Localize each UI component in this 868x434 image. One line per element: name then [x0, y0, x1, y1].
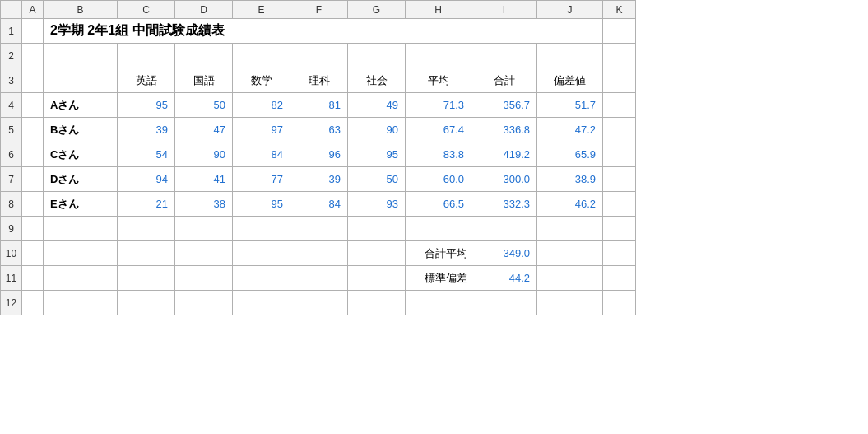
cell-a6[interactable] — [22, 142, 44, 167]
cell-rika-4[interactable]: 81 — [290, 93, 348, 118]
cell-rika-5[interactable]: 63 — [290, 118, 348, 142]
cell-b11[interactable] — [44, 266, 118, 291]
cell-goukei-4[interactable]: 356.7 — [471, 93, 537, 118]
cell-heikin-4[interactable]: 71.3 — [406, 93, 471, 118]
cell-i9[interactable] — [471, 217, 537, 241]
cell-rika-8[interactable]: 84 — [290, 192, 348, 217]
cell-b10[interactable] — [44, 241, 118, 266]
cell-e12[interactable] — [233, 291, 290, 315]
cell-shakai-5[interactable]: 90 — [348, 118, 406, 142]
cell-kokugo-7[interactable]: 41 — [175, 167, 233, 192]
col-header-e[interactable]: E — [233, 1, 290, 19]
header-kokugo[interactable]: 国語 — [175, 68, 233, 93]
cell-rika-6[interactable]: 96 — [290, 142, 348, 167]
cell-heikin-6[interactable]: 83.8 — [406, 142, 471, 167]
col-header-d[interactable]: D — [175, 1, 233, 19]
cell-f9[interactable] — [290, 217, 348, 241]
std-value[interactable]: 44.2 — [471, 266, 537, 291]
header-goukei[interactable]: 合計 — [471, 68, 537, 93]
cell-eigo-4[interactable]: 95 — [118, 93, 175, 118]
cell-a12[interactable] — [22, 291, 44, 315]
cell-k8[interactable] — [603, 192, 636, 217]
cell-k7[interactable] — [603, 167, 636, 192]
cell-eigo-8[interactable]: 21 — [118, 192, 175, 217]
cell-k10[interactable] — [603, 241, 636, 266]
col-header-b[interactable]: B — [44, 1, 118, 19]
cell-d10[interactable] — [175, 241, 233, 266]
cell-k9[interactable] — [603, 217, 636, 241]
cell-goukei-7[interactable]: 300.0 — [471, 167, 537, 192]
cell-d9[interactable] — [175, 217, 233, 241]
cell-f2[interactable] — [290, 44, 348, 68]
col-header-c[interactable]: C — [118, 1, 175, 19]
cell-heikin-8[interactable]: 66.5 — [406, 192, 471, 217]
cell-sugaku-7[interactable]: 77 — [233, 167, 290, 192]
cell-c9[interactable] — [118, 217, 175, 241]
cell-a11[interactable] — [22, 266, 44, 291]
cell-g9[interactable] — [348, 217, 406, 241]
cell-j10[interactable] — [537, 241, 603, 266]
cell-f10[interactable] — [290, 241, 348, 266]
cell-a1[interactable] — [22, 19, 44, 44]
col-header-a[interactable]: A — [22, 1, 44, 19]
cell-e2[interactable] — [233, 44, 290, 68]
cell-i12[interactable] — [471, 291, 537, 315]
header-heikin[interactable]: 平均 — [406, 68, 471, 93]
cell-goukei-6[interactable]: 419.2 — [471, 142, 537, 167]
cell-a7[interactable] — [22, 167, 44, 192]
cell-d2[interactable] — [175, 44, 233, 68]
cell-j11[interactable] — [537, 266, 603, 291]
cell-j12[interactable] — [537, 291, 603, 315]
cell-g2[interactable] — [348, 44, 406, 68]
cell-shakai-4[interactable]: 49 — [348, 93, 406, 118]
cell-a3[interactable] — [22, 68, 44, 93]
cell-shakai-8[interactable]: 93 — [348, 192, 406, 217]
cell-b9[interactable] — [44, 217, 118, 241]
cell-a8[interactable] — [22, 192, 44, 217]
cell-a2[interactable] — [22, 44, 44, 68]
cell-k3[interactable] — [603, 68, 636, 93]
student-name-Cさん[interactable]: Cさん — [44, 142, 118, 167]
cell-eigo-6[interactable]: 54 — [118, 142, 175, 167]
avg-value[interactable]: 349.0 — [471, 241, 537, 266]
cell-e9[interactable] — [233, 217, 290, 241]
cell-heikin-7[interactable]: 60.0 — [406, 167, 471, 192]
col-header-f[interactable]: F — [290, 1, 348, 19]
cell-b12[interactable] — [44, 291, 118, 315]
cell-a10[interactable] — [22, 241, 44, 266]
cell-c12[interactable] — [118, 291, 175, 315]
cell-d11[interactable] — [175, 266, 233, 291]
cell-c10[interactable] — [118, 241, 175, 266]
cell-h9[interactable] — [406, 217, 471, 241]
cell-kokugo-4[interactable]: 50 — [175, 93, 233, 118]
header-sugaku[interactable]: 数学 — [233, 68, 290, 93]
cell-hensa-6[interactable]: 65.9 — [537, 142, 603, 167]
std-label[interactable]: 標準偏差 — [406, 266, 471, 291]
cell-j2[interactable] — [537, 44, 603, 68]
cell-g10[interactable] — [348, 241, 406, 266]
cell-hensa-4[interactable]: 51.7 — [537, 93, 603, 118]
cell-eigo-5[interactable]: 39 — [118, 118, 175, 142]
cell-goukei-8[interactable]: 332.3 — [471, 192, 537, 217]
cell-g12[interactable] — [348, 291, 406, 315]
cell-a5[interactable] — [22, 118, 44, 142]
cell-k4[interactable] — [603, 93, 636, 118]
cell-f12[interactable] — [290, 291, 348, 315]
cell-k11[interactable] — [603, 266, 636, 291]
cell-sugaku-6[interactable]: 84 — [233, 142, 290, 167]
student-name-Dさん[interactable]: Dさん — [44, 167, 118, 192]
cell-i2[interactable] — [471, 44, 537, 68]
cell-sugaku-4[interactable]: 82 — [233, 93, 290, 118]
cell-k12[interactable] — [603, 291, 636, 315]
cell-kokugo-5[interactable]: 47 — [175, 118, 233, 142]
header-eigo[interactable]: 英語 — [118, 68, 175, 93]
cell-shakai-6[interactable]: 95 — [348, 142, 406, 167]
cell-g11[interactable] — [348, 266, 406, 291]
cell-k2[interactable] — [603, 44, 636, 68]
student-name-Aさん[interactable]: Aさん — [44, 93, 118, 118]
cell-hensa-7[interactable]: 38.9 — [537, 167, 603, 192]
cell-k1[interactable] — [603, 19, 636, 44]
cell-hensa-8[interactable]: 46.2 — [537, 192, 603, 217]
cell-b2[interactable] — [44, 44, 118, 68]
cell-c2[interactable] — [118, 44, 175, 68]
